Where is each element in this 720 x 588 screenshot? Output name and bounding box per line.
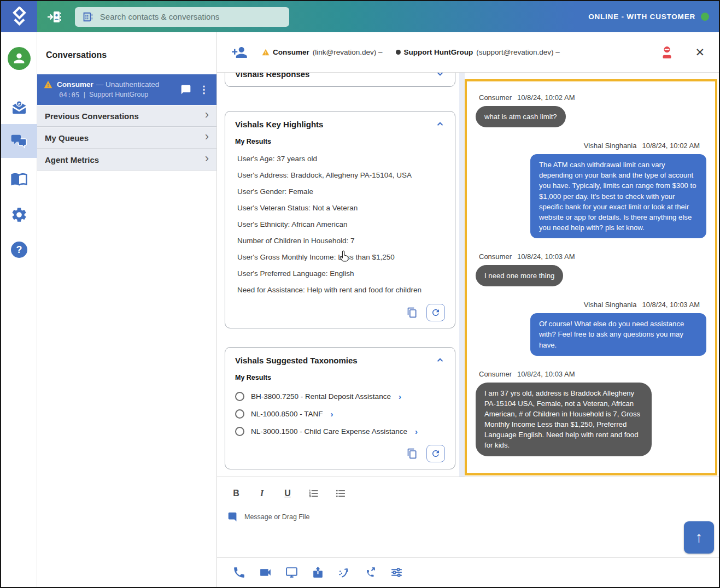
- search-bar[interactable]: [75, 7, 289, 27]
- conversation-name: Consumer: [57, 80, 93, 89]
- warning-icon: [44, 80, 52, 89]
- chevron-down-icon[interactable]: [435, 73, 445, 79]
- message-author: Consumer: [479, 252, 512, 261]
- copy-icon[interactable]: [407, 307, 418, 318]
- phone-call-icon[interactable]: [232, 566, 246, 579]
- copy-icon[interactable]: [407, 448, 418, 459]
- chevron-up-icon[interactable]: [435, 355, 445, 365]
- person-add-icon[interactable]: [231, 44, 248, 61]
- close-icon[interactable]: ✕: [695, 46, 705, 58]
- radio-button[interactable]: [235, 409, 244, 419]
- chat-bubble-icon[interactable]: [180, 84, 191, 95]
- top-bar: ONLINE - WITH CUSTOMER: [1, 1, 719, 32]
- send-button[interactable]: ↑: [684, 521, 714, 554]
- radio-button[interactable]: [235, 427, 244, 436]
- nav-profile-avatar[interactable]: [1, 42, 37, 75]
- radio-button[interactable]: [235, 392, 244, 401]
- separator: |: [84, 91, 85, 99]
- app-logo[interactable]: [1, 1, 37, 32]
- call-transfer-icon[interactable]: [364, 566, 377, 579]
- taxonomy-option[interactable]: BH-3800.7250 - Rental Deposit Assistance…: [235, 388, 445, 404]
- conversations-panel: Conversations Consumer — Unauthenticated…: [37, 32, 217, 587]
- taxonomy-option[interactable]: NL-1000.8500 - TANF ›: [235, 405, 445, 422]
- conversation-menu-icon[interactable]: ⋮: [199, 85, 209, 95]
- suggested-taxonomies-card: Vishals Suggested Taxonomies My Results …: [225, 347, 455, 469]
- book-icon: [10, 170, 28, 187]
- suggested-taxonomies-title: Vishals Suggested Taxonomies: [235, 356, 358, 365]
- left-nav-rail: ?: [1, 32, 37, 587]
- italic-button[interactable]: I: [257, 489, 267, 498]
- scrollbar-track[interactable]: [459, 73, 465, 477]
- nav-conversations[interactable]: [1, 124, 37, 158]
- message-time: 10/8/24, 10:02 AM: [517, 93, 575, 102]
- nav-inbox[interactable]: [1, 91, 37, 124]
- conversation-timer: 04:05: [59, 91, 80, 99]
- chevron-up-icon[interactable]: [435, 119, 445, 129]
- chevron-right-icon[interactable]: ›: [399, 392, 401, 401]
- message-time: 10/8/24, 10:03 AM: [517, 252, 575, 261]
- open-contact-card-button[interactable]: [46, 10, 63, 24]
- status-dot-icon: [396, 50, 401, 55]
- highlight-item: User's Gender: Female: [235, 184, 445, 200]
- share-file-icon[interactable]: [311, 566, 325, 579]
- chevron-right-icon[interactable]: ›: [415, 427, 418, 436]
- message-input[interactable]: Message or Drag File: [217, 499, 719, 523]
- screen-share-icon[interactable]: [285, 566, 298, 579]
- unordered-list-icon[interactable]: [335, 488, 346, 499]
- smart-transfer-icon[interactable]: [337, 566, 351, 579]
- participant1-name: Consumer: [273, 48, 309, 56]
- refresh-icon: [431, 308, 441, 317]
- message-bubble-icon: [227, 511, 239, 523]
- agent-status-label: ONLINE - WITH CUSTOMER: [588, 13, 695, 21]
- message-author: Vishal Singhania: [584, 301, 637, 309]
- nav-directory[interactable]: [1, 162, 37, 195]
- participant2-name: Support HuntGroup: [404, 48, 473, 56]
- chat-message: Vishal Singhania 10/8/24, 10:02 AM The A…: [476, 142, 706, 238]
- my-results-label: My Results: [235, 138, 445, 145]
- message-bubble: I need one more thing: [476, 265, 563, 286]
- message-author: Vishal Singhania: [584, 142, 637, 150]
- block-user-icon[interactable]: [660, 45, 674, 60]
- section-my-queues[interactable]: My Queues ›: [37, 127, 216, 149]
- bold-button[interactable]: B: [231, 489, 241, 498]
- chevron-right-icon[interactable]: ›: [331, 409, 333, 419]
- chat-header: Consumer (link@revation.dev) – Support H…: [217, 32, 719, 73]
- my-results-label: My Results: [235, 374, 445, 381]
- avatar: [8, 47, 31, 70]
- message-author: Consumer: [479, 93, 512, 102]
- nav-settings[interactable]: [1, 198, 37, 231]
- agent-status[interactable]: ONLINE - WITH CUSTOMER: [588, 13, 709, 21]
- ordered-list-icon[interactable]: [308, 488, 319, 499]
- app-window: ONLINE - WITH CUSTOMER: [0, 0, 720, 588]
- refresh-icon: [431, 449, 441, 458]
- message-bubble: Of course! What else do you need assista…: [530, 313, 706, 355]
- highlight-item: User's Veteran Status: Not a Veteran: [235, 200, 445, 216]
- refresh-button[interactable]: [426, 445, 445, 462]
- message-bubble: The ATM cash withdrawal limit can vary d…: [530, 154, 706, 238]
- chevron-right-icon: ›: [205, 152, 209, 164]
- conversation-status: — Unauthenticated: [96, 80, 160, 89]
- participant2-address: (support@revation.dev) –: [476, 48, 560, 56]
- underline-button[interactable]: U: [283, 489, 292, 498]
- settings-sliders-icon[interactable]: [390, 566, 403, 579]
- video-call-icon[interactable]: [259, 566, 272, 579]
- nav-help[interactable]: ?: [1, 233, 37, 266]
- conversation-item-consumer[interactable]: Consumer — Unauthenticated 04:05 | Suppo…: [37, 74, 216, 105]
- chat-message: Consumer 10/8/24, 10:03 AM I need one mo…: [476, 252, 706, 286]
- chat-transcript-panel[interactable]: Consumer 10/8/24, 10:02 AM what is atm c…: [465, 79, 717, 475]
- highlight-item: User's Gross Monthly Income: Less than $…: [235, 249, 445, 266]
- search-input[interactable]: [100, 12, 283, 21]
- highlight-item: User's Preferred Language: English: [235, 266, 445, 282]
- message-bubble: what is atm cash limit?: [476, 106, 566, 127]
- responses-card-title: Vishals Responses: [235, 73, 309, 79]
- arrow-up-icon: ↑: [695, 529, 703, 546]
- section-previous-conversations[interactable]: Previous Conversations ›: [37, 105, 216, 127]
- conversations-title: Conversations: [37, 32, 216, 74]
- section-agent-metrics[interactable]: Agent Metrics ›: [37, 149, 216, 170]
- message-time: 10/8/24, 10:03 AM: [517, 370, 575, 378]
- chat-message: Consumer 10/8/24, 10:03 AM I am 37 yrs o…: [476, 370, 706, 456]
- taxonomy-option[interactable]: NL-3000.1500 - Child Care Expense Assist…: [235, 423, 445, 439]
- message-author: Consumer: [479, 370, 512, 378]
- ai-cards-column: Vishals Responses Vishals Key Highlights…: [217, 73, 458, 477]
- refresh-button[interactable]: [426, 304, 445, 321]
